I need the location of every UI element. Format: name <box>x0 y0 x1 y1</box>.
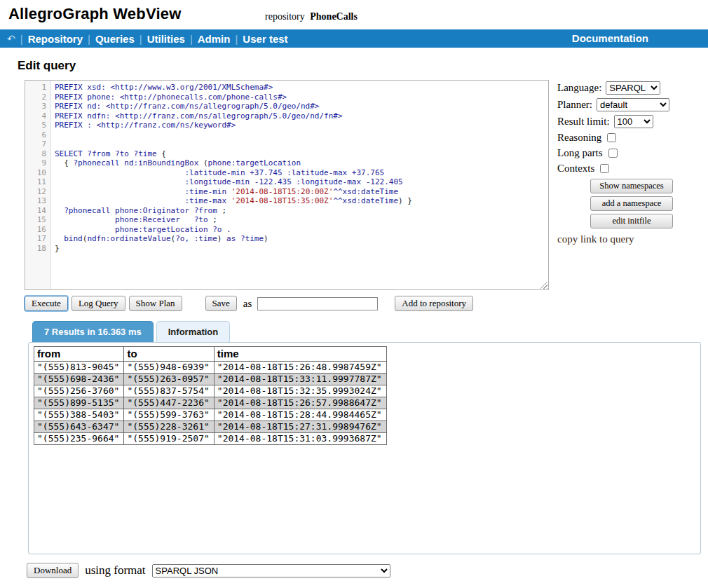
results-panel: fromtotime "(555)813-9045""(555)948-6939… <box>28 342 701 554</box>
nav-separator: | <box>139 33 142 45</box>
column-header-from: from <box>34 347 124 362</box>
editor-code[interactable]: PREFIX xsd: <http://www.w3.org/2001/XMLS… <box>51 81 548 289</box>
save-button[interactable]: Save <box>205 296 237 311</box>
table-row: "(555)698-2436""(555)263-0957""2014-08-1… <box>34 374 387 385</box>
line-number: 14 <box>25 206 46 216</box>
line-number: 9 <box>25 158 46 168</box>
add-a-namespace-button[interactable]: add a namespace <box>590 196 673 211</box>
code-line[interactable]: PREFIX phone: <http://phonecalls.com/pho… <box>55 93 548 102</box>
edit-initfile-button[interactable]: edit initfile <box>590 214 673 228</box>
app-title: AllegroGraph WebView <box>8 5 181 23</box>
table-cell: "(555)447-2236" <box>124 397 214 409</box>
editor-area: 123456789101112131415161718 PREFIX xsd: … <box>18 80 708 311</box>
line-number: 10 <box>25 168 46 178</box>
code-line[interactable]: phone:targetLocation ?o . <box>55 225 548 235</box>
table-cell: "(555)256-3760" <box>34 385 124 397</box>
repository-word: repository <box>265 11 305 22</box>
save-name-input[interactable] <box>257 297 378 310</box>
table-cell: "(555)813-9045" <box>34 362 124 374</box>
navbar: ↶ | Repository|Queries|Utilities|Admin|U… <box>0 29 708 48</box>
show-namespaces-button[interactable]: Show namespaces <box>590 179 673 193</box>
main-content: Edit query 123456789101112131415161718 P… <box>0 59 708 578</box>
line-number: 11 <box>25 177 46 187</box>
side-buttons: Show namespacesadd a namespaceedit initf… <box>557 179 706 228</box>
nav-item-user-test[interactable]: User test <box>243 33 287 45</box>
line-number: 18 <box>25 244 46 254</box>
code-line[interactable]: :longitude-min -122.435 :longitude-max -… <box>55 177 548 187</box>
table-cell: "2014-08-18T15:28:44.9984465Z" <box>214 409 386 421</box>
code-line[interactable]: phone:Receiver ?to ; <box>55 215 548 225</box>
execute-button[interactable]: Execute <box>25 296 68 311</box>
column-header-to: to <box>124 347 214 362</box>
editor-column: 123456789101112131415161718 PREFIX xsd: … <box>25 80 549 311</box>
line-number: 1 <box>25 83 46 93</box>
long-parts-checkbox[interactable] <box>608 149 618 158</box>
back-arrow-icon[interactable]: ↶ <box>7 33 15 44</box>
table-cell: "(555)948-6939" <box>124 362 214 374</box>
code-line[interactable]: ?phonecall phone:Originator ?from ; <box>55 206 548 216</box>
code-line[interactable]: :latitude-min +37.745 :latitude-max +37.… <box>55 168 548 178</box>
code-line[interactable]: :time-max '2014-08-18T15:35:00Z'^^xsd:da… <box>55 196 548 206</box>
nav-separator: | <box>20 33 23 45</box>
nav-separator: | <box>235 33 238 45</box>
line-number: 12 <box>25 187 46 197</box>
planner-select[interactable]: default <box>597 98 669 111</box>
code-line[interactable] <box>55 130 548 140</box>
show-plan-button[interactable]: Show Plan <box>129 296 182 311</box>
copy-link-to-query[interactable]: copy link to query <box>557 233 706 245</box>
code-line[interactable]: PREFIX xsd: <http://www.w3.org/2001/XMLS… <box>55 83 548 93</box>
result-limit-label: Result limit: <box>557 116 610 128</box>
header: AllegroGraph WebView repository PhoneCal… <box>0 0 708 29</box>
nav-items: Repository|Queries|Utilities|Admin|User … <box>28 33 288 45</box>
line-number: 8 <box>25 149 46 159</box>
code-line[interactable]: bind(ndfn:ordinateValue(?o, :time) as ?t… <box>55 234 548 244</box>
nav-separator: | <box>190 33 193 45</box>
query-actions: Execute Log Query Show Plan Save as Add … <box>25 296 549 311</box>
code-line[interactable]: PREFIX ndfn: <http://franz.com/ns/allegr… <box>55 111 548 121</box>
table-row: "(555)643-6347""(555)228-3261""2014-08-1… <box>34 421 387 433</box>
code-line[interactable]: SELECT ?from ?to ?time { <box>55 149 548 159</box>
language-select[interactable]: SPARQL <box>606 81 660 95</box>
results-section: 7 Results in 16.363 msInformation fromto… <box>28 321 701 554</box>
planner-label: Planner: <box>557 99 592 111</box>
table-cell: "(555)263-0957" <box>124 374 214 385</box>
nav-separator: | <box>88 33 90 45</box>
line-number: 5 <box>25 121 46 130</box>
line-number: 2 <box>25 93 46 102</box>
table-cell: "(555)919-2507" <box>124 433 214 445</box>
nav-item-utilities[interactable]: Utilities <box>147 33 185 45</box>
nav-item-queries[interactable]: Queries <box>95 33 135 45</box>
download-button[interactable]: Download <box>27 563 79 578</box>
result-limit-select[interactable]: 100 <box>614 115 653 128</box>
repository-indicator: repository PhoneCalls <box>265 11 358 22</box>
table-cell: "(555)837-5754" <box>124 385 214 397</box>
query-editor[interactable]: 123456789101112131415161718 PREFIX xsd: … <box>25 80 549 290</box>
line-number: 7 <box>25 139 46 149</box>
line-number: 13 <box>25 196 46 206</box>
repository-name[interactable]: PhoneCalls <box>310 11 358 22</box>
table-cell: "(555)643-6347" <box>34 421 124 433</box>
reasoning-checkbox[interactable] <box>607 133 616 142</box>
code-line[interactable]: PREFIX nd: <http://franz.com/ns/allegrog… <box>55 102 548 111</box>
nav-item-documentation[interactable]: Documentation <box>572 32 648 44</box>
results-header-row: fromtotime <box>34 347 387 362</box>
table-cell: "(555)388-5403" <box>34 409 124 421</box>
tab-information[interactable]: Information <box>156 321 231 342</box>
line-number: 16 <box>25 225 46 235</box>
tab-7-results-in-16-363-ms[interactable]: 7 Results in 16.363 ms <box>32 321 154 342</box>
code-line[interactable]: } <box>55 244 548 254</box>
format-select[interactable]: SPARQL JSON <box>152 564 390 577</box>
log-query-button[interactable]: Log Query <box>72 296 125 311</box>
table-cell: "(555)899-5135" <box>34 397 124 409</box>
code-line[interactable] <box>55 139 548 149</box>
results-table: fromtotime "(555)813-9045""(555)948-6939… <box>34 346 387 445</box>
nav-item-admin[interactable]: Admin <box>198 33 231 45</box>
code-line[interactable]: :time-min '2014-08-18T15:20:00Z'^^xsd:da… <box>55 187 548 197</box>
code-line[interactable]: PREFIX : <http://franz.com/ns/keyword#> <box>55 121 548 130</box>
results-tabs: 7 Results in 16.363 msInformation <box>32 321 701 342</box>
code-line[interactable]: { ?phonecall nd:inBoundingBox (phone:tar… <box>55 158 548 168</box>
nav-item-repository[interactable]: Repository <box>28 33 83 45</box>
add-to-repository-button[interactable]: Add to repository <box>395 296 473 311</box>
contexts-checkbox[interactable] <box>600 164 609 173</box>
line-number: 3 <box>25 102 46 111</box>
